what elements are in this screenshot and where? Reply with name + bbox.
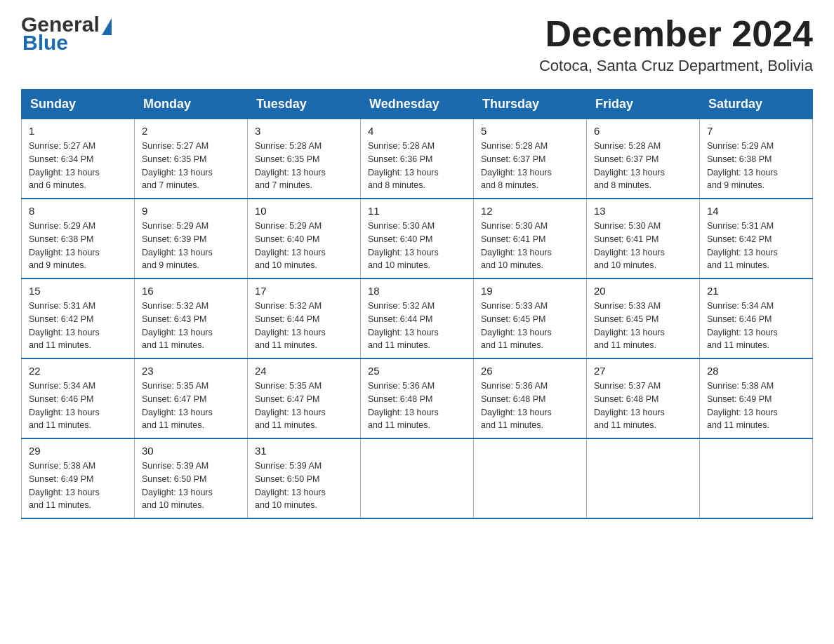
- day-info: Sunrise: 5:31 AM Sunset: 6:42 PM Dayligh…: [707, 220, 805, 272]
- calendar-cell: 28 Sunrise: 5:38 AM Sunset: 6:49 PM Dayl…: [700, 358, 813, 438]
- calendar-cell: 21 Sunrise: 5:34 AM Sunset: 6:46 PM Dayl…: [700, 279, 813, 358]
- day-info: Sunrise: 5:27 AM Sunset: 6:35 PM Dayligh…: [142, 140, 240, 192]
- weekday-header-sunday: Sunday: [22, 90, 135, 119]
- day-number: 13: [594, 205, 692, 217]
- day-info: Sunrise: 5:29 AM Sunset: 6:40 PM Dayligh…: [255, 220, 353, 272]
- calendar-cell: 18 Sunrise: 5:32 AM Sunset: 6:44 PM Dayl…: [361, 279, 474, 358]
- day-number: 1: [29, 125, 127, 137]
- day-number: 8: [29, 205, 127, 217]
- day-number: 5: [481, 125, 579, 137]
- day-info: Sunrise: 5:34 AM Sunset: 6:46 PM Dayligh…: [707, 300, 805, 352]
- day-number: 12: [481, 205, 579, 217]
- day-info: Sunrise: 5:30 AM Sunset: 6:41 PM Dayligh…: [594, 220, 692, 272]
- calendar-cell: 20 Sunrise: 5:33 AM Sunset: 6:45 PM Dayl…: [587, 279, 700, 358]
- calendar-cell: 27 Sunrise: 5:37 AM Sunset: 6:48 PM Dayl…: [587, 358, 700, 438]
- calendar-cell: [587, 438, 700, 518]
- day-number: 11: [368, 205, 466, 217]
- day-number: 19: [481, 285, 579, 297]
- day-number: 2: [142, 125, 240, 137]
- calendar-subtitle: Cotoca, Santa Cruz Department, Bolivia: [539, 57, 813, 75]
- calendar-cell: 14 Sunrise: 5:31 AM Sunset: 6:42 PM Dayl…: [700, 199, 813, 279]
- calendar-cell: 12 Sunrise: 5:30 AM Sunset: 6:41 PM Dayl…: [474, 199, 587, 279]
- calendar-week-row: 8 Sunrise: 5:29 AM Sunset: 6:38 PM Dayli…: [22, 199, 813, 279]
- day-info: Sunrise: 5:32 AM Sunset: 6:43 PM Dayligh…: [142, 300, 240, 352]
- day-info: Sunrise: 5:38 AM Sunset: 6:49 PM Dayligh…: [29, 459, 127, 512]
- calendar-cell: 1 Sunrise: 5:27 AM Sunset: 6:34 PM Dayli…: [22, 119, 135, 199]
- day-info: Sunrise: 5:28 AM Sunset: 6:36 PM Dayligh…: [368, 140, 466, 192]
- logo-blue-text: Blue: [21, 32, 159, 53]
- day-number: 20: [594, 285, 692, 297]
- weekday-header-thursday: Thursday: [474, 90, 587, 119]
- day-info: Sunrise: 5:33 AM Sunset: 6:45 PM Dayligh…: [594, 300, 692, 352]
- day-info: Sunrise: 5:32 AM Sunset: 6:44 PM Dayligh…: [368, 300, 466, 352]
- weekday-header-friday: Friday: [587, 90, 700, 119]
- calendar-cell: 4 Sunrise: 5:28 AM Sunset: 6:36 PM Dayli…: [361, 119, 474, 199]
- calendar-cell: 29 Sunrise: 5:38 AM Sunset: 6:49 PM Dayl…: [22, 438, 135, 518]
- calendar-cell: 2 Sunrise: 5:27 AM Sunset: 6:35 PM Dayli…: [135, 119, 248, 199]
- day-number: 29: [29, 445, 127, 457]
- calendar-cell: 11 Sunrise: 5:30 AM Sunset: 6:40 PM Dayl…: [361, 199, 474, 279]
- page-header: General Blue December 2024 Cotoca, Santa…: [21, 14, 813, 75]
- day-info: Sunrise: 5:29 AM Sunset: 6:38 PM Dayligh…: [29, 220, 127, 272]
- day-number: 24: [255, 365, 353, 377]
- calendar-cell: [700, 438, 813, 518]
- weekday-header-tuesday: Tuesday: [248, 90, 361, 119]
- day-info: Sunrise: 5:35 AM Sunset: 6:47 PM Dayligh…: [142, 380, 240, 432]
- day-info: Sunrise: 5:35 AM Sunset: 6:47 PM Dayligh…: [255, 380, 353, 432]
- day-info: Sunrise: 5:29 AM Sunset: 6:39 PM Dayligh…: [142, 220, 240, 272]
- day-info: Sunrise: 5:39 AM Sunset: 6:50 PM Dayligh…: [142, 459, 240, 512]
- weekday-header-monday: Monday: [135, 90, 248, 119]
- calendar-cell: 22 Sunrise: 5:34 AM Sunset: 6:46 PM Dayl…: [22, 358, 135, 438]
- calendar-cell: 8 Sunrise: 5:29 AM Sunset: 6:38 PM Dayli…: [22, 199, 135, 279]
- day-info: Sunrise: 5:34 AM Sunset: 6:46 PM Dayligh…: [29, 380, 127, 432]
- day-number: 27: [594, 365, 692, 377]
- day-number: 22: [29, 365, 127, 377]
- calendar-week-row: 29 Sunrise: 5:38 AM Sunset: 6:49 PM Dayl…: [22, 438, 813, 518]
- calendar-cell: 16 Sunrise: 5:32 AM Sunset: 6:43 PM Dayl…: [135, 279, 248, 358]
- calendar-cell: 30 Sunrise: 5:39 AM Sunset: 6:50 PM Dayl…: [135, 438, 248, 518]
- day-info: Sunrise: 5:32 AM Sunset: 6:44 PM Dayligh…: [255, 300, 353, 352]
- calendar-cell: 19 Sunrise: 5:33 AM Sunset: 6:45 PM Dayl…: [474, 279, 587, 358]
- day-info: Sunrise: 5:37 AM Sunset: 6:48 PM Dayligh…: [594, 380, 692, 432]
- day-info: Sunrise: 5:30 AM Sunset: 6:40 PM Dayligh…: [368, 220, 466, 272]
- day-number: 23: [142, 365, 240, 377]
- day-number: 4: [368, 125, 466, 137]
- day-number: 30: [142, 445, 240, 457]
- calendar-cell: 5 Sunrise: 5:28 AM Sunset: 6:37 PM Dayli…: [474, 119, 587, 199]
- calendar-cell: 24 Sunrise: 5:35 AM Sunset: 6:47 PM Dayl…: [248, 358, 361, 438]
- calendar-cell: [474, 438, 587, 518]
- calendar-cell: 23 Sunrise: 5:35 AM Sunset: 6:47 PM Dayl…: [135, 358, 248, 438]
- day-number: 14: [707, 205, 805, 217]
- day-number: 15: [29, 285, 127, 297]
- day-number: 26: [481, 365, 579, 377]
- logo: General Blue: [21, 14, 159, 53]
- calendar-cell: 17 Sunrise: 5:32 AM Sunset: 6:44 PM Dayl…: [248, 279, 361, 358]
- day-info: Sunrise: 5:33 AM Sunset: 6:45 PM Dayligh…: [481, 300, 579, 352]
- day-number: 16: [142, 285, 240, 297]
- weekday-header-wednesday: Wednesday: [361, 90, 474, 119]
- calendar-cell: 13 Sunrise: 5:30 AM Sunset: 6:41 PM Dayl…: [587, 199, 700, 279]
- day-number: 10: [255, 205, 353, 217]
- day-info: Sunrise: 5:29 AM Sunset: 6:38 PM Dayligh…: [707, 140, 805, 192]
- day-info: Sunrise: 5:36 AM Sunset: 6:48 PM Dayligh…: [368, 380, 466, 432]
- calendar-week-row: 1 Sunrise: 5:27 AM Sunset: 6:34 PM Dayli…: [22, 119, 813, 199]
- calendar-title: December 2024: [539, 14, 813, 54]
- day-info: Sunrise: 5:28 AM Sunset: 6:37 PM Dayligh…: [594, 140, 692, 192]
- day-info: Sunrise: 5:28 AM Sunset: 6:35 PM Dayligh…: [255, 140, 353, 192]
- calendar-table: SundayMondayTuesdayWednesdayThursdayFrid…: [21, 89, 813, 519]
- calendar-cell: 15 Sunrise: 5:31 AM Sunset: 6:42 PM Dayl…: [22, 279, 135, 358]
- title-section: December 2024 Cotoca, Santa Cruz Departm…: [539, 14, 813, 75]
- day-number: 28: [707, 365, 805, 377]
- day-info: Sunrise: 5:36 AM Sunset: 6:48 PM Dayligh…: [481, 380, 579, 432]
- day-info: Sunrise: 5:38 AM Sunset: 6:49 PM Dayligh…: [707, 380, 805, 432]
- calendar-cell: 31 Sunrise: 5:39 AM Sunset: 6:50 PM Dayl…: [248, 438, 361, 518]
- day-number: 31: [255, 445, 353, 457]
- day-number: 17: [255, 285, 353, 297]
- calendar-cell: 9 Sunrise: 5:29 AM Sunset: 6:39 PM Dayli…: [135, 199, 248, 279]
- day-info: Sunrise: 5:39 AM Sunset: 6:50 PM Dayligh…: [255, 459, 353, 512]
- day-number: 3: [255, 125, 353, 137]
- day-info: Sunrise: 5:28 AM Sunset: 6:37 PM Dayligh…: [481, 140, 579, 192]
- calendar-cell: 26 Sunrise: 5:36 AM Sunset: 6:48 PM Dayl…: [474, 358, 587, 438]
- calendar-body: 1 Sunrise: 5:27 AM Sunset: 6:34 PM Dayli…: [22, 119, 813, 519]
- day-number: 21: [707, 285, 805, 297]
